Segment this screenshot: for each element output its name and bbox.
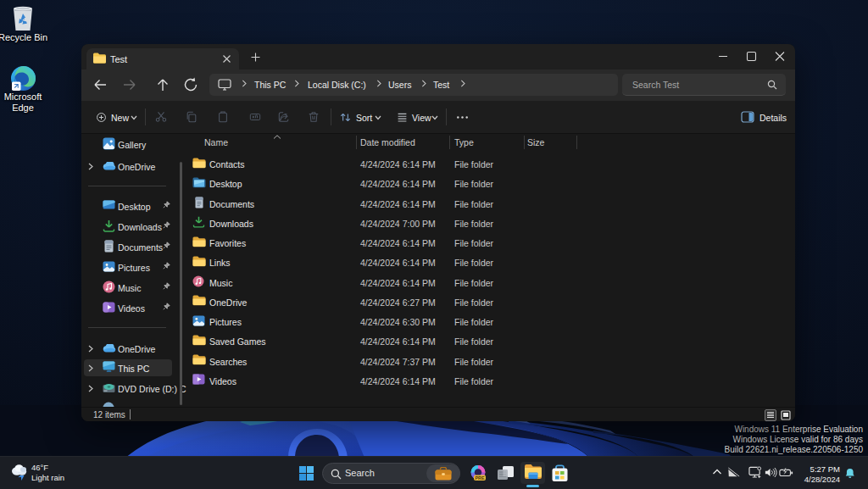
svg-text:PRE: PRE	[475, 475, 484, 481]
